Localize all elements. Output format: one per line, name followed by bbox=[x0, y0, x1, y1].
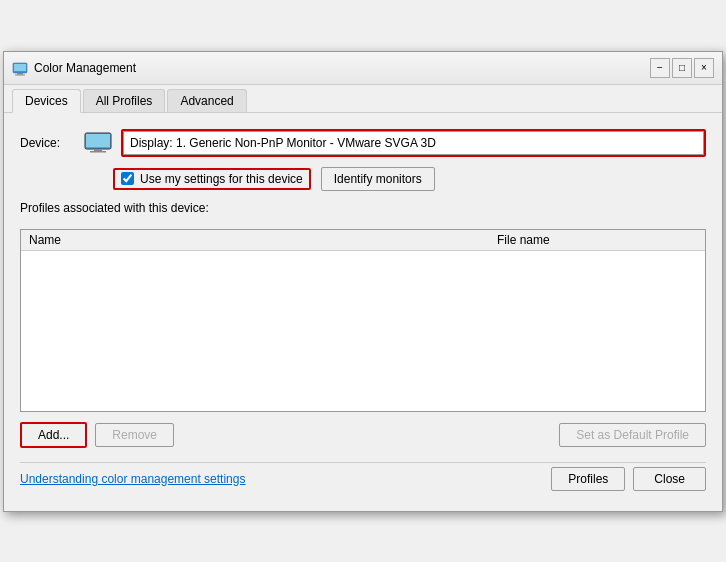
close-button[interactable]: Close bbox=[633, 467, 706, 491]
device-select[interactable]: Display: 1. Generic Non-PnP Monitor - VM… bbox=[123, 131, 704, 155]
svg-rect-3 bbox=[15, 74, 25, 75]
column-filename-header: File name bbox=[497, 233, 697, 247]
tab-advanced[interactable]: Advanced bbox=[167, 89, 246, 112]
table-body bbox=[21, 251, 705, 411]
checkbox-label[interactable]: Use my settings for this device bbox=[140, 172, 303, 186]
device-dropdown-container: Display: 1. Generic Non-PnP Monitor - VM… bbox=[123, 131, 704, 155]
svg-rect-7 bbox=[90, 151, 106, 153]
svg-rect-5 bbox=[86, 134, 110, 147]
footer-row: Understanding color management settings … bbox=[20, 462, 706, 495]
svg-rect-2 bbox=[17, 73, 23, 75]
profiles-section-label: Profiles associated with this device: bbox=[20, 201, 706, 215]
footer-right: Profiles Close bbox=[551, 467, 706, 491]
close-window-button[interactable]: × bbox=[694, 58, 714, 78]
tab-devices[interactable]: Devices bbox=[12, 89, 81, 113]
svg-rect-1 bbox=[14, 64, 26, 71]
checkbox-identify-row: Use my settings for this device Identify… bbox=[113, 167, 706, 191]
add-button[interactable]: Add... bbox=[20, 422, 87, 448]
set-default-button[interactable]: Set as Default Profile bbox=[559, 423, 706, 447]
table-header: Name File name bbox=[21, 230, 705, 251]
svg-rect-6 bbox=[94, 149, 102, 151]
identify-monitors-button[interactable]: Identify monitors bbox=[321, 167, 435, 191]
window-title: Color Management bbox=[34, 61, 644, 75]
monitor-icon bbox=[83, 131, 113, 155]
tabs-bar: Devices All Profiles Advanced bbox=[4, 85, 722, 113]
minimize-button[interactable]: − bbox=[650, 58, 670, 78]
window-controls: − □ × bbox=[650, 58, 714, 78]
device-row: Device: Display: 1. Generic Non-PnP Moni… bbox=[20, 129, 706, 157]
column-name-header: Name bbox=[29, 233, 497, 247]
maximize-button[interactable]: □ bbox=[672, 58, 692, 78]
profiles-button[interactable]: Profiles bbox=[551, 467, 625, 491]
title-bar: Color Management − □ × bbox=[4, 52, 722, 85]
profiles-table: Name File name bbox=[20, 229, 706, 412]
tab-all-profiles[interactable]: All Profiles bbox=[83, 89, 166, 112]
remove-button[interactable]: Remove bbox=[95, 423, 174, 447]
device-dropdown-outer: Display: 1. Generic Non-PnP Monitor - VM… bbox=[121, 129, 706, 157]
color-management-window: Color Management − □ × Devices All Profi… bbox=[3, 51, 723, 512]
window-icon bbox=[12, 60, 28, 76]
help-link[interactable]: Understanding color management settings bbox=[20, 472, 245, 486]
main-content: Device: Display: 1. Generic Non-PnP Moni… bbox=[4, 113, 722, 511]
checkbox-container: Use my settings for this device bbox=[113, 168, 311, 190]
use-settings-checkbox[interactable] bbox=[121, 172, 134, 185]
device-label: Device: bbox=[20, 136, 75, 150]
bottom-buttons: Add... Remove Set as Default Profile bbox=[20, 422, 706, 448]
